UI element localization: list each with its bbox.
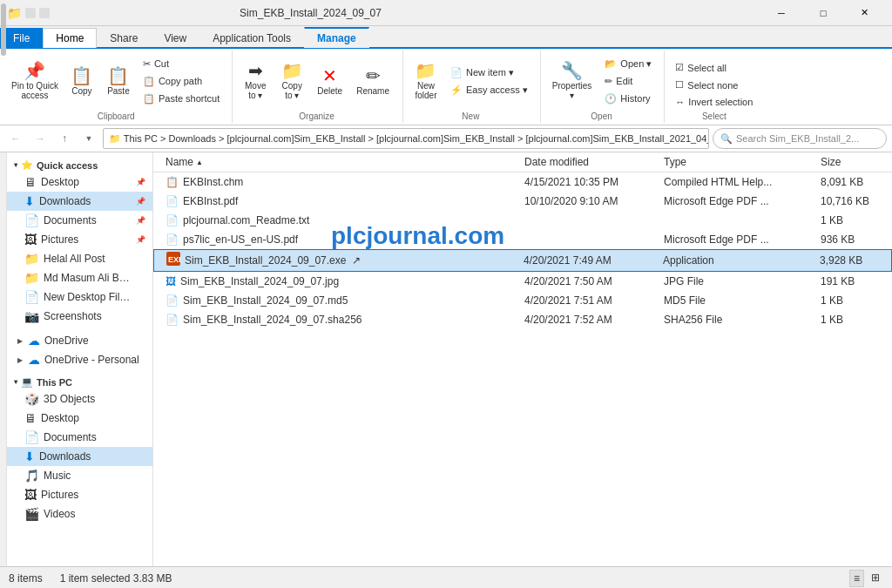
history-button[interactable]: 🕐 History — [599, 91, 657, 107]
select-none-button[interactable]: ☐ Select none — [670, 77, 758, 93]
this-pc-label: This PC — [37, 377, 72, 388]
sidebar-item-onedrive[interactable]: ▶ ☁ OneDrive — [7, 331, 152, 350]
properties-button[interactable]: 🔧 Properties▾ — [546, 58, 598, 104]
pin-quick-access-button[interactable]: 📌 Pin to Quickaccess — [7, 58, 63, 104]
sidebar-item-downloads-pc[interactable]: ⬇ Downloads — [7, 447, 152, 466]
grid-view-icon[interactable]: ⊞ — [868, 570, 883, 587]
tab-application-tools[interactable]: Application Tools — [199, 28, 304, 48]
this-pc-header[interactable]: ▾ 💻 This PC — [7, 373, 152, 389]
file-icon-chm: 📋 — [166, 176, 179, 188]
copy-button[interactable]: 📋 Copy — [64, 64, 99, 99]
move-to-button[interactable]: ➡ Moveto ▾ — [238, 58, 273, 104]
new-item-button[interactable]: 📄 New item ▾ — [445, 64, 533, 81]
delete-button[interactable]: ✕ Delete — [311, 64, 348, 99]
file-row-ekbinst-chm[interactable]: 📋 EKBInst.chm 4/15/2021 10:35 PM Compile… — [153, 172, 892, 192]
forward-button[interactable]: → — [30, 128, 51, 149]
properties-icon: 🔧 — [561, 62, 583, 79]
up-button[interactable]: ↑ — [54, 128, 75, 149]
close-button[interactable]: ✕ — [845, 0, 885, 26]
file-name-sim-exe: EXE Sim_EKB_Install_2024_09_07.exe ↗ — [161, 250, 518, 271]
open-button[interactable]: 📂 Open ▾ — [599, 56, 657, 72]
sidebar-item-desktop-pc[interactable]: 🖥 Desktop — [7, 409, 152, 428]
tab-share[interactable]: Share — [97, 28, 151, 48]
sidebar-item-documents-quick[interactable]: 📄 Documents 📌 — [7, 211, 152, 230]
search-bar[interactable]: 🔍 Search Sim_EKB_Install_2... — [713, 128, 887, 149]
back-button[interactable]: ← — [5, 128, 26, 149]
col-size-label: Size — [821, 156, 841, 168]
list-view-icon[interactable]: ≡ — [849, 570, 864, 587]
sidebar-item-documents-pc[interactable]: 📄 Documents — [7, 428, 152, 447]
sidebar-item-music[interactable]: 🎵 Music — [7, 466, 152, 485]
sidebar-scroll-thumb — [1, 3, 6, 56]
copy-icon: 📋 — [71, 67, 92, 84]
address-bar[interactable]: 📁 This PC > Downloads > [plcjournal.com]… — [103, 128, 709, 149]
file-icon-pdf2: 📄 — [166, 233, 179, 246]
sidebar-item-onedrive-label: OneDrive — [44, 335, 89, 347]
quick-access-header[interactable]: ▾ ⭐ Quick access — [7, 156, 152, 172]
tab-home[interactable]: Home — [43, 28, 97, 48]
open-group: 🔧 Properties▾ 📂 Open ▾ ✏ Edit 🕐 History … — [543, 51, 666, 123]
search-placeholder: Search Sim_EKB_Install_2... — [736, 133, 859, 144]
file-type-sim-jpg: JPG File — [659, 274, 815, 289]
tab-file[interactable]: File — [0, 28, 43, 48]
file-type-sim-exe: Application — [658, 253, 814, 268]
history-icon: 🕐 — [605, 93, 617, 105]
edit-button[interactable]: ✏ Edit — [599, 73, 657, 90]
sidebar-item-videos[interactable]: 🎬 Videos — [7, 504, 152, 524]
pin-icon: 📌 — [24, 62, 45, 79]
invert-selection-button[interactable]: ↔ Invert selection — [670, 94, 758, 110]
copy-to-button[interactable]: 📁 Copyto ▾ — [274, 58, 309, 104]
file-row-ps7lic[interactable]: 📄 ps7lic_en-US_en-US.pdf Microsoft Edge … — [153, 230, 892, 249]
open-small-group: 📂 Open ▾ ✏ Edit 🕐 History — [599, 56, 657, 107]
new-desktop-icon: 📄 — [24, 290, 39, 304]
select-none-icon: ☐ — [675, 79, 684, 91]
minimize-button[interactable]: ─ — [761, 0, 801, 26]
copy-path-button[interactable]: 📋 Copy path — [138, 73, 225, 90]
maximize-button[interactable]: □ — [803, 0, 843, 26]
rename-button[interactable]: ✏ Rename — [350, 64, 395, 99]
file-row-sim-sha256[interactable]: 📄 Sim_EKB_Install_2024_09_07.sha256 4/20… — [153, 310, 892, 329]
sidebar-item-masum[interactable]: 📁 Md Masum Ali Busin... — [7, 268, 152, 287]
onedrive-personal-expand-icon: ▶ — [17, 356, 23, 364]
file-name-ekbinst-pdf: 📄 EKBInst.pdf — [160, 193, 519, 209]
col-type[interactable]: Type — [659, 152, 815, 172]
sidebar-item-3d-objects[interactable]: 🎲 3D Objects — [7, 389, 152, 409]
tab-manage[interactable]: Manage — [304, 27, 369, 48]
sidebar-item-desktop-label: Desktop — [41, 176, 79, 188]
sidebar-item-downloads-quick[interactable]: ⬇ Downloads 📌 — [7, 192, 152, 211]
file-type-ps7lic: Microsoft Edge PDF ... — [659, 232, 815, 247]
new-group: 📁 Newfolder 📄 New item ▾ ⚡ Easy access ▾… — [405, 51, 541, 123]
clipboard-small-group: ✂ Cut 📋 Copy path 📋 Paste shortcut — [138, 56, 225, 107]
file-row-readme[interactable]: 📄 plcjournal.com_Readme.txt 1 KB — [153, 211, 892, 230]
address-bar-row: ← → ↑ ▼ 📁 This PC > Downloads > [plcjour… — [0, 125, 892, 152]
file-row-sim-jpg[interactable]: 🖼 Sim_EKB_Install_2024_09_07.jpg 4/20/20… — [153, 272, 892, 291]
sidebar-item-desktop-quick[interactable]: 🖥 Desktop 📌 — [7, 172, 152, 192]
cut-button[interactable]: ✂ Cut — [138, 56, 225, 72]
easy-access-button[interactable]: ⚡ Easy access ▾ — [445, 82, 533, 98]
sidebar-item-onedrive-personal[interactable]: ▶ ☁ OneDrive - Personal — [7, 350, 152, 369]
sidebar-item-pictures-quick[interactable]: 🖼 Pictures 📌 — [7, 230, 152, 249]
sidebar-scrollbar[interactable] — [0, 152, 7, 566]
sidebar-item-new-desktop[interactable]: 📄 New Desktop File 20... — [7, 287, 152, 307]
sidebar-item-screenshots[interactable]: 📷 Screenshots — [7, 307, 152, 326]
this-pc-icon: 💻 — [21, 376, 33, 388]
paste-shortcut-button[interactable]: 📋 Paste shortcut — [138, 91, 225, 107]
new-folder-button[interactable]: 📁 Newfolder — [409, 58, 443, 104]
sidebar-item-pictures-pc[interactable]: 🖼 Pictures — [7, 485, 152, 504]
col-name[interactable]: Name ▲ — [160, 152, 519, 172]
onedrive-expand-icon: ▶ — [17, 337, 23, 345]
col-date[interactable]: Date modified — [519, 152, 659, 172]
col-size[interactable]: Size — [815, 152, 885, 172]
videos-icon: 🎬 — [24, 507, 39, 521]
clipboard-group: 📌 Pin to Quickaccess 📋 Copy 📋 Paste ✂ Cu… — [3, 51, 233, 123]
file-type-ekbinst-pdf: Microsoft Edge PDF ... — [659, 193, 815, 209]
paste-button[interactable]: 📋 Paste — [101, 64, 136, 99]
select-all-button[interactable]: ☑ Select all — [670, 59, 758, 76]
recent-locations-button[interactable]: ▼ — [78, 128, 99, 149]
sidebar-item-helal[interactable]: 📁 Helal All Post — [7, 249, 152, 268]
file-date-ekbinst-chm: 4/15/2021 10:35 PM — [519, 174, 659, 190]
tab-view[interactable]: View — [151, 28, 199, 48]
file-row-ekbinst-pdf[interactable]: 📄 EKBInst.pdf 10/10/2020 9:10 AM Microso… — [153, 192, 892, 211]
file-row-sim-exe[interactable]: EXE Sim_EKB_Install_2024_09_07.exe ↗ 4/2… — [153, 249, 892, 272]
file-row-sim-md5[interactable]: 📄 Sim_EKB_Install_2024_09_07.md5 4/20/20… — [153, 291, 892, 310]
